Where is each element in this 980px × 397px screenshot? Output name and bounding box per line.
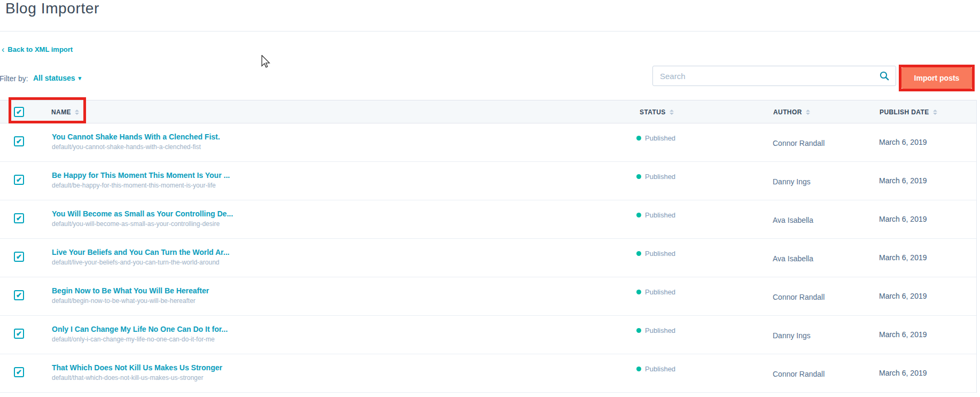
column-label: PUBLISH DATE: [880, 108, 929, 116]
publish-date-cell: March 6, 2019: [879, 176, 927, 185]
table-row[interactable]: ✔ You Cannot Shake Hands With a Clenched…: [0, 123, 976, 162]
row-checkbox[interactable]: ✔: [14, 175, 24, 185]
table-body: ✔ You Cannot Shake Hands With a Clenched…: [0, 123, 976, 393]
status-dot-icon: [636, 136, 641, 141]
table-row[interactable]: ✔ That Which Does Not Kill Us Makes Us S…: [0, 354, 976, 393]
column-label: STATUS: [640, 108, 666, 116]
column-label: AUTHOR: [773, 108, 802, 116]
author-cell: Ava Isabella: [773, 254, 813, 263]
status-label: Published: [645, 173, 675, 181]
back-to-xml-import-link[interactable]: ‹ Back to XML import: [2, 45, 73, 53]
sort-icon: [670, 110, 674, 115]
header-divider: [0, 31, 980, 32]
author-cell: Danny Ings: [773, 331, 811, 340]
import-posts-button[interactable]: Import posts: [901, 67, 972, 89]
column-header-status[interactable]: STATUS: [640, 100, 674, 124]
status-label: Published: [645, 365, 675, 373]
status-badge: Published: [636, 211, 675, 219]
search-input[interactable]: [653, 66, 880, 85]
check-icon: ✔: [16, 108, 22, 115]
author-cell: Connor Randall: [773, 139, 825, 147]
column-label: NAME: [51, 108, 71, 116]
status-filter-dropdown[interactable]: All statuses ▾: [33, 74, 81, 82]
post-slug: default/begin-now-to-be-what-you-will-be…: [52, 297, 196, 305]
status-label: Published: [645, 134, 675, 142]
author-cell: Ava Isabella: [773, 216, 813, 224]
author-cell: Danny Ings: [773, 177, 811, 186]
mouse-cursor: [261, 55, 272, 69]
row-checkbox[interactable]: ✔: [14, 367, 24, 377]
chevron-left-icon: ‹: [2, 46, 4, 53]
post-title-link[interactable]: That Which Does Not Kill Us Makes Us Str…: [52, 363, 222, 372]
publish-date-cell: March 6, 2019: [879, 330, 927, 339]
post-title-link[interactable]: Be Happy for This Moment This Moment Is …: [52, 171, 230, 180]
status-label: Published: [645, 288, 675, 296]
post-slug: default/you-cannot-shake-hands-with-a-cl…: [52, 143, 201, 151]
status-filter-value: All statuses: [33, 74, 75, 82]
status-dot-icon: [636, 174, 641, 179]
table-row[interactable]: ✔ Begin Now to Be What You Will Be Herea…: [0, 277, 976, 316]
status-badge: Published: [636, 365, 675, 373]
sort-icon: [933, 110, 937, 115]
page-title: Blog Importer: [5, 0, 99, 17]
post-slug: default/be-happy-for-this-moment-this-mo…: [52, 182, 216, 189]
posts-table: ✔ NAME STATUS AUTHOR PUBLISH DATE ✔: [0, 100, 977, 393]
table-row[interactable]: ✔ You Will Become as Small as Your Contr…: [0, 200, 976, 239]
blog-importer-page: Blog Importer ‹ Back to XML import Filte…: [0, 0, 980, 397]
check-icon: ✔: [16, 253, 22, 260]
publish-date-cell: March 6, 2019: [879, 215, 927, 223]
post-title-link[interactable]: You Will Become as Small as Your Control…: [52, 209, 233, 218]
status-badge: Published: [636, 250, 675, 258]
publish-date-cell: March 6, 2019: [879, 369, 927, 377]
table-row[interactable]: ✔ Only I Can Change My Life No One Can D…: [0, 316, 976, 354]
status-badge: Published: [636, 173, 675, 181]
column-header-name[interactable]: NAME: [51, 100, 79, 124]
table-header: ✔ NAME STATUS AUTHOR PUBLISH DATE: [0, 100, 976, 123]
select-all-checkbox[interactable]: ✔: [14, 107, 24, 117]
check-icon: ✔: [16, 330, 22, 337]
author-cell: Connor Randall: [773, 370, 825, 378]
row-checkbox[interactable]: ✔: [14, 329, 24, 339]
post-slug: default/live-your-beliefs-and-you-can-tu…: [52, 259, 219, 266]
post-title-link[interactable]: Begin Now to Be What You Will Be Hereaft…: [52, 286, 209, 295]
column-header-publish-date[interactable]: PUBLISH DATE: [880, 100, 937, 124]
check-icon: ✔: [16, 292, 22, 299]
status-badge: Published: [636, 288, 675, 296]
row-checkbox[interactable]: ✔: [14, 213, 24, 223]
status-dot-icon: [636, 290, 641, 294]
row-checkbox[interactable]: ✔: [14, 136, 24, 146]
row-checkbox[interactable]: ✔: [14, 290, 24, 300]
row-checkbox[interactable]: ✔: [14, 252, 24, 262]
post-slug: default/only-i-can-change-my-life-no-one…: [52, 336, 215, 343]
post-title-link[interactable]: You Cannot Shake Hands With a Clenched F…: [52, 133, 220, 141]
check-icon: ✔: [16, 138, 22, 145]
post-slug: default/you-will-become-as-small-as-your…: [52, 220, 220, 228]
status-dot-icon: [636, 367, 641, 371]
status-label: Published: [645, 250, 675, 258]
check-icon: ✔: [16, 369, 22, 376]
post-title-link[interactable]: Only I Can Change My Life No One Can Do …: [52, 325, 228, 333]
status-dot-icon: [636, 213, 641, 217]
filter-by-label: Filter by:: [0, 74, 28, 83]
status-dot-icon: [636, 328, 641, 333]
caret-down-icon: ▾: [79, 74, 82, 82]
search-box: [652, 66, 896, 86]
status-dot-icon: [636, 251, 641, 256]
status-label: Published: [645, 326, 675, 334]
post-title-link[interactable]: Live Your Beliefs and You Can Turn the W…: [52, 248, 229, 256]
status-badge: Published: [636, 134, 675, 142]
publish-date-cell: March 6, 2019: [879, 292, 927, 300]
sort-icon: [806, 110, 810, 115]
status-label: Published: [645, 211, 675, 219]
publish-date-cell: March 6, 2019: [879, 253, 927, 262]
status-badge: Published: [636, 326, 675, 334]
back-link-label: Back to XML import: [7, 45, 73, 53]
column-header-author[interactable]: AUTHOR: [773, 100, 810, 124]
table-row[interactable]: ✔ Live Your Beliefs and You Can Turn the…: [0, 239, 976, 277]
sort-icon: [75, 110, 79, 115]
post-slug: default/that-which-does-not-kill-us-make…: [52, 374, 203, 382]
author-cell: Connor Randall: [773, 293, 825, 301]
search-icon[interactable]: [880, 71, 889, 81]
publish-date-cell: March 6, 2019: [879, 138, 927, 146]
table-row[interactable]: ✔ Be Happy for This Moment This Moment I…: [0, 162, 976, 200]
